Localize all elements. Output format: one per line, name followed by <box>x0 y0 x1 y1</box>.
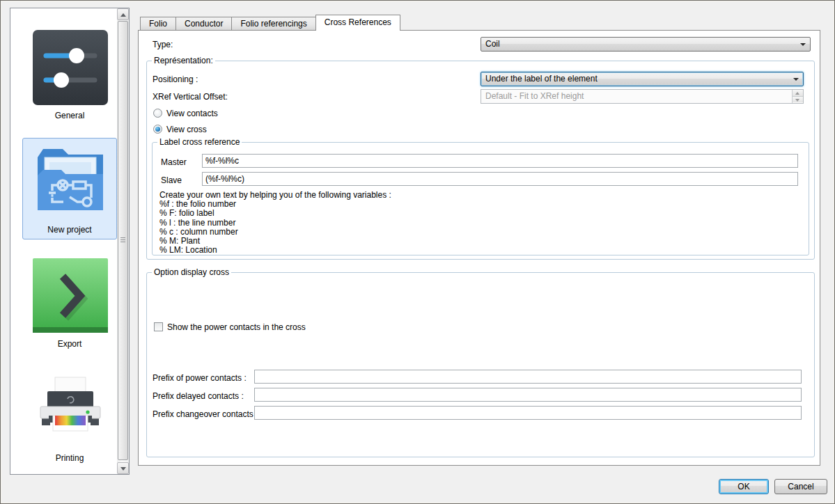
tab-folio[interactable]: Folio <box>140 17 176 30</box>
arrow-up-icon <box>120 13 126 17</box>
prefix-changeover-input[interactable] <box>254 406 802 420</box>
type-label: Type: <box>153 40 173 49</box>
export-arrow-icon <box>32 258 109 334</box>
slave-input[interactable] <box>202 172 798 186</box>
tab-conductor[interactable]: Conductor <box>175 17 232 30</box>
slave-label: Slave <box>161 175 182 185</box>
prefix-delayed-label: Prefix delayed contacts : <box>153 391 244 401</box>
positioning-dropdown-value: Under the label of the element <box>485 74 598 84</box>
sidebar-item-new-project[interactable]: New project <box>22 138 117 239</box>
help-line: % LM: Location <box>159 246 391 255</box>
sidebar-category-list: General <box>10 8 130 475</box>
scrollbar-thumb[interactable] <box>118 21 128 460</box>
chevron-down-icon <box>793 78 799 81</box>
help-line: % F: folio label <box>159 209 391 218</box>
sidebar-item-printing[interactable]: Printing <box>22 366 117 468</box>
folder-circuit-icon <box>32 143 109 220</box>
representation-group-title: Représentation: <box>152 56 215 65</box>
printer-icon <box>32 372 109 448</box>
sidebar-item-label: Export <box>23 339 116 349</box>
type-dropdown[interactable]: Coil <box>481 37 811 52</box>
positioning-label: Positioning : <box>153 74 198 84</box>
chevron-down-icon <box>800 43 806 46</box>
preferences-dialog: General <box>0 0 835 504</box>
view-contacts-radio[interactable] <box>153 109 162 118</box>
sidebar-scrollbar[interactable] <box>117 8 129 474</box>
view-cross-radio[interactable] <box>153 125 162 134</box>
option-display-cross-title: Option display cross <box>152 267 231 277</box>
tab-folio-referencings[interactable]: Folio referencings <box>231 17 315 30</box>
spinner-buttons <box>792 90 803 103</box>
spinner-up-icon <box>795 92 799 95</box>
arrow-down-icon <box>120 467 126 471</box>
sidebar-item-label: Printing <box>23 453 116 463</box>
view-contacts-radio-label: View contacts <box>166 109 218 118</box>
xref-offset-label: XRef Vertical Offset: <box>153 92 228 102</box>
sidebar-item-general[interactable]: General <box>22 24 117 125</box>
option-display-cross-group: Option display cross <box>146 272 815 457</box>
prefix-delayed-input[interactable] <box>254 388 802 402</box>
xref-offset-spinner: Default - Fit to XRef height <box>481 89 804 104</box>
tab-bar: Folio Conductor Folio referencings Cross… <box>140 14 400 30</box>
prefix-power-input[interactable] <box>254 370 802 384</box>
sidebar-item-label: General <box>23 111 116 120</box>
ok-button[interactable]: OK <box>719 479 769 494</box>
sliders-icon <box>32 29 109 106</box>
prefix-power-label: Prefix of power contacts : <box>153 373 247 383</box>
spinner-down-icon <box>795 99 799 102</box>
cancel-button[interactable]: Cancel <box>774 479 827 494</box>
sidebar-item-label: New project <box>23 225 116 235</box>
master-input[interactable] <box>202 154 798 168</box>
help-line: % l : the line number <box>159 219 391 228</box>
sidebar-item-export[interactable]: Export <box>22 252 117 354</box>
type-dropdown-value: Coil <box>485 39 500 49</box>
master-label: Master <box>161 157 187 167</box>
prefix-changeover-label: Prefix changeover contacts : <box>153 409 258 419</box>
scroll-down-button[interactable] <box>117 462 129 474</box>
scroll-up-button[interactable] <box>117 8 129 20</box>
variables-help-text: Create your own text by helping you of t… <box>159 191 391 255</box>
view-cross-radio-label: View cross <box>166 125 207 134</box>
tab-cross-references[interactable]: Cross References <box>315 15 400 31</box>
positioning-dropdown[interactable]: Under the label of the element <box>481 72 804 86</box>
show-power-contacts-label: Show the power contacts in the cross <box>167 322 306 332</box>
show-power-contacts-checkbox[interactable] <box>154 322 163 331</box>
xref-offset-value: Default - Fit to XRef height <box>485 91 584 101</box>
label-cross-reference-title: Label cross reference <box>157 137 242 147</box>
